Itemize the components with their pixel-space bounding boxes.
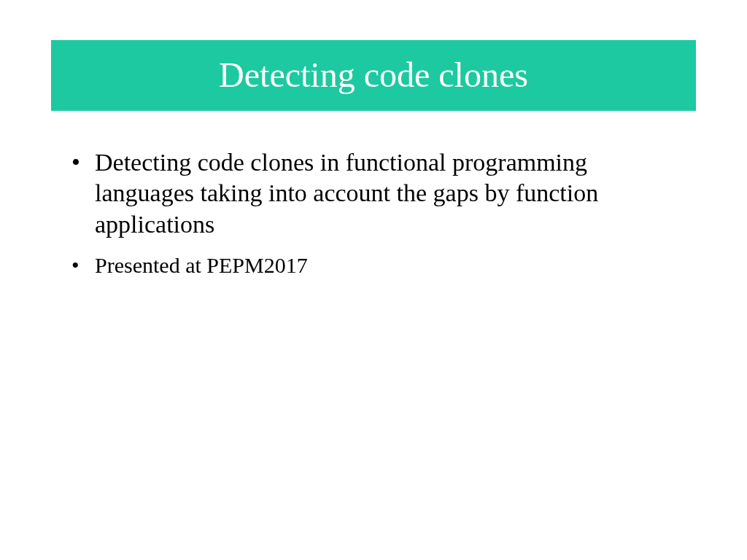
bullet-item: Presented at PEPM2017 xyxy=(66,252,681,279)
presentation-slide: Detecting code clones Detecting code clo… xyxy=(0,40,747,560)
slide-content: Detecting code clones in functional prog… xyxy=(66,147,681,279)
slide-title-bar: Detecting code clones xyxy=(51,40,696,111)
bullet-list: Detecting code clones in functional prog… xyxy=(66,147,681,279)
bullet-item: Detecting code clones in functional prog… xyxy=(66,147,681,241)
slide-title: Detecting code clones xyxy=(66,56,681,95)
